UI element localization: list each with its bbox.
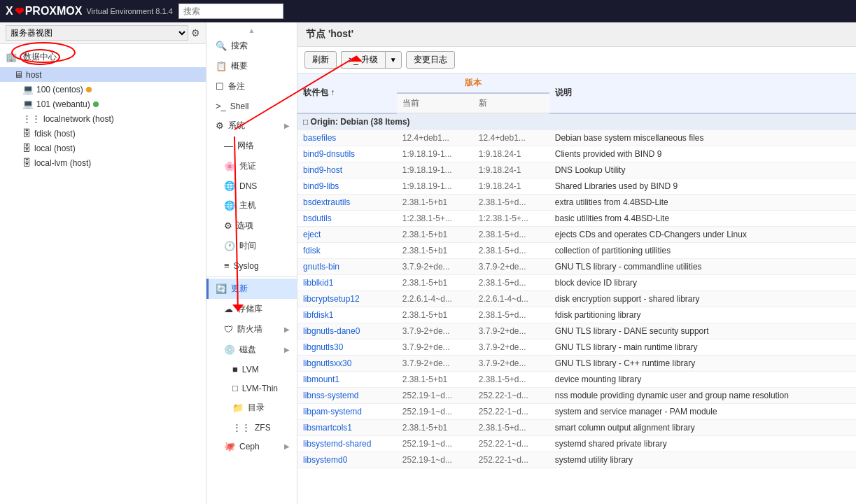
sidebar-item-vm101[interactable]: 💻 101 (webantu) (0, 97, 206, 111)
desc-cell: nss module providing dynamic user and gr… (549, 387, 856, 403)
ceph-nav-icon: 🐙 (224, 441, 235, 451)
pkg-name[interactable]: libsmartcols1 (303, 423, 352, 433)
pkg-name[interactable]: eject (303, 230, 321, 239)
upgrade-button[interactable]: >_ 升级 (341, 51, 385, 69)
nav-item-syslog[interactable]: ≡ Syslog (206, 256, 297, 275)
pkg-name-cell[interactable]: libfdisk1 (297, 307, 397, 323)
view-selector[interactable]: 服务器视图 (6, 25, 188, 41)
new-version-cell: 1:2.38.1-5+... (473, 210, 549, 226)
datacenter-icon: 🏢 (6, 52, 17, 62)
nav-item-time[interactable]: 🕐 时间 (206, 236, 297, 256)
sidebar-item-host[interactable]: 🖥 host (0, 67, 206, 82)
nav-item-lvm[interactable]: ■ LVM (206, 360, 297, 379)
nav-item-network[interactable]: — 网络 (206, 136, 297, 156)
local-lvm-label: local-lvm (host) (34, 158, 91, 168)
nav-item-summary[interactable]: 📋 概要 (206, 56, 297, 76)
current-version-cell: 2.38.1-5+b1 (397, 242, 473, 258)
nav-item-search[interactable]: 🔍 搜索 (206, 36, 297, 56)
pkg-name-cell[interactable]: libsystemd0 (297, 451, 397, 468)
pkg-name-cell[interactable]: bsdextrautils (297, 194, 397, 210)
upgrade-dropdown-button[interactable]: ▼ (385, 51, 402, 69)
nav-item-lvm-thin[interactable]: □ LVM-Thin (206, 379, 297, 398)
pkg-name[interactable]: libcryptsetup12 (303, 294, 360, 304)
pkg-name[interactable]: libgnutlsxx30 (303, 358, 351, 368)
pkg-name-cell[interactable]: bind9-dnsutils (297, 146, 397, 162)
pkg-name-cell[interactable]: eject (297, 226, 397, 242)
logo-x: X (6, 5, 13, 18)
sidebar-item-localnetwork[interactable]: ⋮⋮ localnetwork (host) (0, 111, 206, 126)
nav-item-ceph[interactable]: 🐙 Ceph ▶ (206, 437, 297, 456)
vm101-icon: 💻 (22, 99, 34, 109)
nav-item-dns[interactable]: 🌐 DNS (206, 176, 297, 195)
pkg-name-cell[interactable]: libpam-systemd (297, 403, 397, 419)
pkg-name[interactable]: basefiles (303, 133, 336, 143)
nav-network-label: 网络 (237, 140, 254, 152)
nav-item-directory[interactable]: 📁 目录 (206, 398, 297, 418)
pkg-name[interactable]: libblkid1 (303, 278, 333, 288)
pkg-name-cell[interactable]: libblkid1 (297, 274, 397, 290)
pkg-name[interactable]: libgnutls30 (303, 342, 343, 352)
search-input[interactable] (178, 4, 283, 19)
pkg-name-cell[interactable]: libsystemd-shared (297, 435, 397, 451)
sidebar-item-local-lvm[interactable]: 🗄 local-lvm (host) (0, 155, 206, 170)
pkg-name-cell[interactable]: bsdutils (297, 210, 397, 226)
pkg-name-cell[interactable]: libcryptsetup12 (297, 290, 397, 307)
sidebar-item-datacenter[interactable]: 🏢 数据中心 (0, 47, 206, 67)
table-container[interactable]: 软件包 ↑ 版本 说明 当前 新 □ Origin: Debian (38 It… (297, 74, 856, 504)
sidebar-item-vm100[interactable]: 💻 100 (centos) (0, 82, 206, 97)
new-version-cell: 3.7.9-2+de... (473, 258, 549, 274)
pkg-name[interactable]: libmount1 (303, 374, 339, 384)
nav-item-shell[interactable]: >_ Shell (206, 97, 297, 115)
changelog-button[interactable]: 变更日志 (406, 51, 455, 69)
pkg-name[interactable]: libsystemd-shared (303, 439, 371, 449)
nav-item-zfs[interactable]: ⋮⋮ ZFS (206, 418, 297, 437)
nav-item-disk[interactable]: 💿 磁盘 ▶ (206, 340, 297, 360)
sidebar-item-fdisk[interactable]: 🗄 fdisk (host) (0, 126, 206, 141)
pkg-name-cell[interactable]: bind9-libs (297, 178, 397, 194)
host-menu-icon: 🌐 (224, 200, 235, 211)
section-collapse-icon[interactable]: □ (303, 117, 311, 127)
pkg-name-cell[interactable]: libmount1 (297, 371, 397, 387)
current-version-cell: 3.7.9-2+de... (397, 323, 473, 339)
pkg-name-cell[interactable]: basefiles (297, 130, 397, 146)
nav-item-update[interactable]: 🔄 更新 (206, 279, 297, 299)
current-version-cell: 1:9.18.19-1... (397, 162, 473, 178)
pkg-name-cell[interactable]: libgnutls-dane0 (297, 323, 397, 339)
gear-icon[interactable]: ⚙ (191, 27, 200, 38)
nav-item-options[interactable]: ⚙ 选项 (206, 216, 297, 236)
pkg-name[interactable]: bsdextrautils (303, 197, 350, 207)
pkg-name[interactable]: fdisk (303, 246, 321, 255)
pkg-name-cell[interactable]: gnutls-bin (297, 258, 397, 274)
host-icon: 🖥 (14, 69, 23, 80)
pkg-name-cell[interactable]: libgnutls30 (297, 339, 397, 355)
new-version-cell: 3.7.9-2+de... (473, 355, 549, 371)
pkg-name[interactable]: libpam-systemd (303, 407, 362, 416)
nav-item-firewall[interactable]: 🛡 防火墙 ▶ (206, 319, 297, 340)
table-row: gnutls-bin 3.7.9-2+de... 3.7.9-2+de... G… (297, 258, 856, 274)
pkg-name[interactable]: libgnutls-dane0 (303, 326, 360, 336)
nav-time-label: 时间 (239, 240, 256, 252)
nav-item-storage[interactable]: ☁ 存储库 (206, 299, 297, 319)
pkg-name[interactable]: libsystemd0 (303, 455, 347, 465)
pkg-name-cell[interactable]: libnss-systemd (297, 387, 397, 403)
pkg-name[interactable]: gnutls-bin (303, 262, 339, 272)
pkg-name-cell[interactable]: libsmartcols1 (297, 419, 397, 435)
sidebar-item-local[interactable]: 🗄 local (host) (0, 141, 206, 155)
nav-item-system[interactable]: ⚙ 系统 ▶ (206, 115, 297, 136)
pkg-name[interactable]: libfdisk1 (303, 310, 333, 320)
pkg-name[interactable]: bind9-dnsutils (303, 149, 355, 159)
localnetwork-icon: ⋮⋮ (22, 113, 41, 124)
pkg-name[interactable]: bsdutils (303, 214, 332, 223)
pkg-name-cell[interactable]: libgnutlsxx30 (297, 355, 397, 371)
pkg-name[interactable]: bind9-libs (303, 181, 339, 191)
nav-item-host-menu[interactable]: 🌐 主机 (206, 195, 297, 216)
pkg-name[interactable]: bind9-host (303, 165, 342, 175)
nav-item-cert[interactable]: 🌸 凭证 (206, 156, 297, 176)
ceph-arrow-icon: ▶ (284, 442, 290, 450)
refresh-button[interactable]: 刷新 (304, 51, 337, 69)
current-version-cell: 1:9.18.19-1... (397, 178, 473, 194)
pkg-name-cell[interactable]: bind9-host (297, 162, 397, 178)
pkg-name-cell[interactable]: fdisk (297, 242, 397, 258)
pkg-name[interactable]: libnss-systemd (303, 391, 358, 400)
nav-item-backup[interactable]: ☐ 备注 (206, 76, 297, 97)
